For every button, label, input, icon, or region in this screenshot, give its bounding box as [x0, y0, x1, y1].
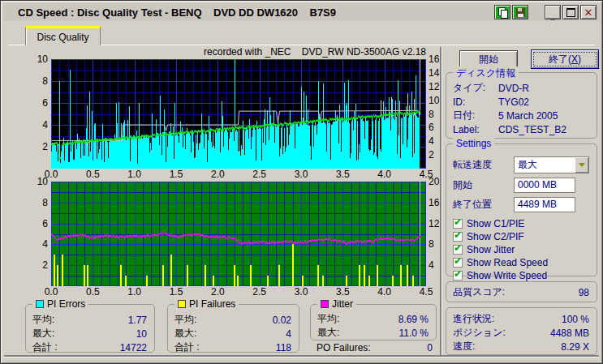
maximize-icon — [566, 8, 575, 17]
axis-tick-label: 6 — [28, 97, 48, 109]
app-window: CD Speed : Disc Quality Test - BENQ DVD … — [0, 0, 603, 364]
axis-tick-label: 4 — [28, 238, 48, 250]
stat-row: 最大:10 — [32, 327, 147, 340]
progress-box: 進行状況:100 % ポジション:4488 MB 速度:8.29 X — [446, 307, 597, 355]
axis-tick-label: 2.0 — [205, 169, 230, 180]
axis-tick-label: 2.5 — [248, 286, 272, 298]
close-icon: ✕ — [584, 7, 593, 18]
disc-info-box: ディスク情報 タイプ:DVD-R ID:TYG02 日付:5 March 200… — [446, 72, 597, 139]
axis-tick-label: 10 — [28, 176, 48, 187]
checkbox-show-c1-pie[interactable]: ✔ Show C1/PIE — [453, 217, 589, 230]
start-button[interactable]: 開始 — [459, 50, 518, 68]
axis-tick-label: 0.5 — [80, 286, 105, 298]
chevron-down-icon — [579, 163, 585, 167]
screenshot-button[interactable] — [494, 5, 510, 19]
progress-row: ポジション:4488 MB — [453, 326, 589, 340]
stat-row: 合計 :118 — [174, 340, 291, 354]
axis-tick-label: 8 — [429, 109, 446, 120]
jitter-swatch-icon — [321, 300, 329, 308]
transfer-rate-select[interactable]: 最大 — [514, 156, 589, 173]
axis-tick-label: 3.0 — [289, 169, 313, 180]
exit-button[interactable]: 終了(X) — [531, 49, 599, 69]
tab-label: Disc Quality — [37, 32, 88, 43]
pi-failures-jitter-chart — [51, 182, 426, 286]
checkbox-icon[interactable]: ✔ — [453, 271, 463, 280]
axis-tick-label: 12 — [429, 218, 446, 229]
disc-info-row: タイプ:DVD-R — [453, 81, 589, 95]
checkbox-show-jitter[interactable]: ✔ Show Jitter — [453, 243, 589, 256]
start-position-field[interactable]: 0000 MB — [514, 178, 575, 193]
pi-errors-chart — [51, 59, 426, 169]
axis-tick-label: 14 — [429, 67, 446, 79]
axis-tick-label: 2 — [28, 259, 48, 271]
panel-divider — [440, 47, 441, 356]
settings-caption: Settings — [453, 138, 494, 149]
axis-tick-label: 2.0 — [205, 286, 230, 298]
save-icon — [516, 8, 525, 17]
pi-failures-stats-box: PI Failures 平均:0.02 最大:4 合計 :118 — [167, 304, 299, 353]
axis-tick-label: 6 — [429, 122, 446, 133]
start-position-row: 開始 0000 MB — [453, 175, 589, 195]
check-icon: ✔ — [454, 217, 462, 227]
checkbox-show-read-speed[interactable]: ✔ Show Read Speed — [453, 256, 589, 269]
disc-info-row: Label:CDS_TEST_B2 — [453, 122, 589, 136]
stat-row: 最大:4 — [174, 327, 291, 340]
axis-tick-label: 16 — [429, 197, 446, 208]
checkbox-icon[interactable]: ✔ — [453, 232, 463, 242]
stat-row: 平均:1.77 — [32, 313, 147, 327]
quality-score-row: 品質スコア:98 — [453, 285, 589, 299]
axis-tick-label: 0.0 — [39, 169, 63, 180]
close-button[interactable]: ✕ — [580, 5, 597, 19]
axis-tick-label: 0.5 — [80, 169, 105, 180]
axis-tick-label: 4 — [429, 135, 446, 147]
stat-row: 合計 :14722 — [32, 340, 147, 354]
quality-score-box: 品質スコア:98 — [446, 281, 597, 302]
recorded-with-label: recorded with _NEC DVD_RW ND-3500AG v2.1… — [51, 46, 426, 58]
axis-tick-label: 1.0 — [123, 286, 147, 298]
stat-row: 平均:0.02 — [174, 313, 291, 327]
axis-tick-label: 2.5 — [248, 169, 272, 180]
check-icon: ✔ — [454, 230, 462, 240]
axis-tick-label: 8 — [28, 75, 48, 87]
checkbox-icon[interactable]: ✔ — [453, 258, 463, 268]
minimize-icon: _ — [550, 13, 555, 18]
transfer-rate-row: 転送速度 最大 — [453, 154, 589, 175]
pi-failures-swatch-icon — [178, 300, 186, 308]
checkbox-icon[interactable]: ✔ — [453, 219, 463, 229]
axis-tick-label: 8 — [429, 238, 446, 250]
end-position-row: 終了位置 4489 MB — [453, 195, 589, 214]
title-bar[interactable]: CD Speed : Disc Quality Test - BENQ DVD … — [3, 3, 600, 21]
po-failures-row: PO Failures:0 — [317, 342, 433, 353]
axis-tick-label: 2 — [28, 141, 48, 152]
minimize-button[interactable]: _ — [545, 5, 561, 19]
check-icon: ✔ — [454, 256, 462, 266]
axis-tick-label: 20 — [429, 176, 446, 187]
axis-tick-label: 8 — [28, 197, 48, 208]
checkbox-show-c2-pif[interactable]: ✔ Show C2/PIF — [453, 230, 589, 243]
stat-row: 最大:11.0 % — [317, 326, 429, 340]
combo-dropdown-button[interactable] — [575, 157, 588, 173]
axis-tick-label: 2 — [429, 149, 446, 161]
axis-tick-label: 16 — [429, 54, 446, 65]
checkbox-show-write-speed[interactable]: ✔ Show Write Speed — [453, 269, 589, 282]
progress-row: 進行状況:100 % — [453, 312, 589, 326]
checkbox-icon[interactable]: ✔ — [453, 245, 463, 255]
pi-errors-caption: PI Errors — [32, 298, 88, 310]
axis-tick-label: 0.0 — [39, 286, 63, 298]
axis-tick-label: 4.0 — [373, 169, 397, 180]
pi-errors-swatch-icon — [36, 300, 44, 308]
end-position-field[interactable]: 4489 MB — [514, 197, 575, 212]
stat-row: 平均:8.69 % — [317, 312, 429, 326]
maximize-button[interactable] — [562, 5, 579, 19]
progress-row: 速度:8.29 X — [453, 340, 589, 353]
tab-disc-quality[interactable]: Disc Quality — [25, 26, 101, 45]
axis-tick-label: 1.5 — [164, 169, 188, 180]
window-title: CD Speed : Disc Quality Test - BENQ DVD … — [6, 6, 493, 19]
jitter-stats-box: Jitter 平均:8.69 % 最大:11.0 % — [310, 304, 437, 340]
axis-tick-label: 4 — [28, 119, 48, 131]
axis-tick-label: 3.0 — [289, 286, 313, 298]
axis-tick-label: 12 — [429, 81, 446, 92]
copy-icon — [498, 7, 507, 17]
disc-info-caption: ディスク情報 — [453, 66, 519, 80]
save-button[interactable] — [512, 5, 528, 19]
